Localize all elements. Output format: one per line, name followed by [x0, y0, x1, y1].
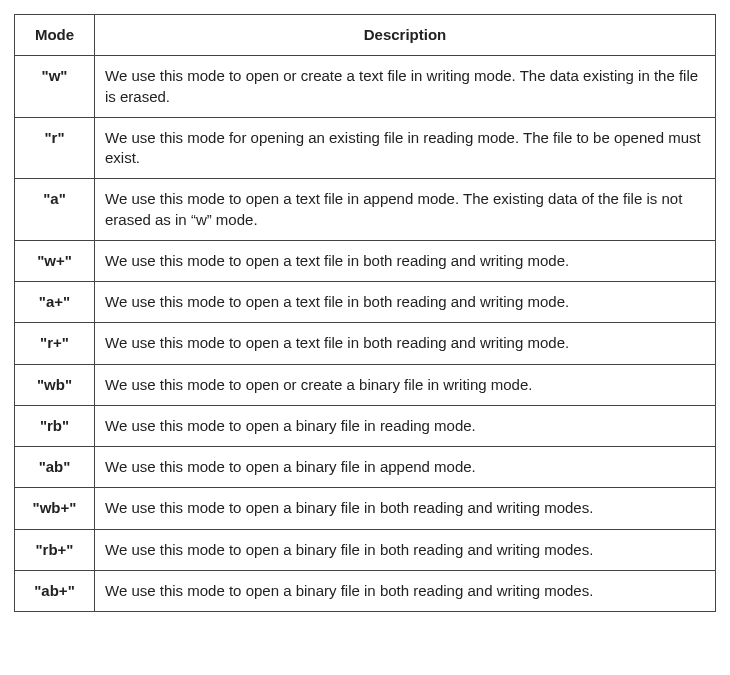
- mode-cell: "wb+": [15, 488, 95, 529]
- description-cell: We use this mode to open a binary file i…: [95, 405, 716, 446]
- table-row: "r+" We use this mode to open a text fil…: [15, 323, 716, 364]
- description-cell: We use this mode to open a binary file i…: [95, 529, 716, 570]
- mode-cell: "w": [15, 56, 95, 118]
- description-cell: We use this mode to open a text file in …: [95, 323, 716, 364]
- table-row: "ab" We use this mode to open a binary f…: [15, 447, 716, 488]
- table-row: "a" We use this mode to open a text file…: [15, 179, 716, 241]
- description-cell: We use this mode to open a text file in …: [95, 179, 716, 241]
- mode-cell: "ab": [15, 447, 95, 488]
- description-cell: We use this mode to open a text file in …: [95, 282, 716, 323]
- mode-cell: "a": [15, 179, 95, 241]
- description-cell: We use this mode to open or create a tex…: [95, 56, 716, 118]
- description-cell: We use this mode to open a binary file i…: [95, 570, 716, 611]
- description-cell: We use this mode for opening an existing…: [95, 117, 716, 179]
- table-row: "wb+" We use this mode to open a binary …: [15, 488, 716, 529]
- table-row: "w" We use this mode to open or create a…: [15, 56, 716, 118]
- mode-cell: "r+": [15, 323, 95, 364]
- table-row: "ab+" We use this mode to open a binary …: [15, 570, 716, 611]
- mode-cell: "a+": [15, 282, 95, 323]
- file-modes-table: Mode Description "w" We use this mode to…: [14, 14, 716, 612]
- description-cell: We use this mode to open a text file in …: [95, 240, 716, 281]
- description-cell: We use this mode to open a binary file i…: [95, 488, 716, 529]
- table-row: "rb" We use this mode to open a binary f…: [15, 405, 716, 446]
- header-description: Description: [95, 15, 716, 56]
- table-row: "rb+" We use this mode to open a binary …: [15, 529, 716, 570]
- mode-cell: "rb+": [15, 529, 95, 570]
- description-cell: We use this mode to open or create a bin…: [95, 364, 716, 405]
- mode-cell: "r": [15, 117, 95, 179]
- table-row: "wb" We use this mode to open or create …: [15, 364, 716, 405]
- description-cell: We use this mode to open a binary file i…: [95, 447, 716, 488]
- mode-cell: "w+": [15, 240, 95, 281]
- mode-cell: "rb": [15, 405, 95, 446]
- mode-cell: "wb": [15, 364, 95, 405]
- table-row: "a+" We use this mode to open a text fil…: [15, 282, 716, 323]
- header-mode: Mode: [15, 15, 95, 56]
- table-row: "r" We use this mode for opening an exis…: [15, 117, 716, 179]
- table-header-row: Mode Description: [15, 15, 716, 56]
- mode-cell: "ab+": [15, 570, 95, 611]
- table-row: "w+" We use this mode to open a text fil…: [15, 240, 716, 281]
